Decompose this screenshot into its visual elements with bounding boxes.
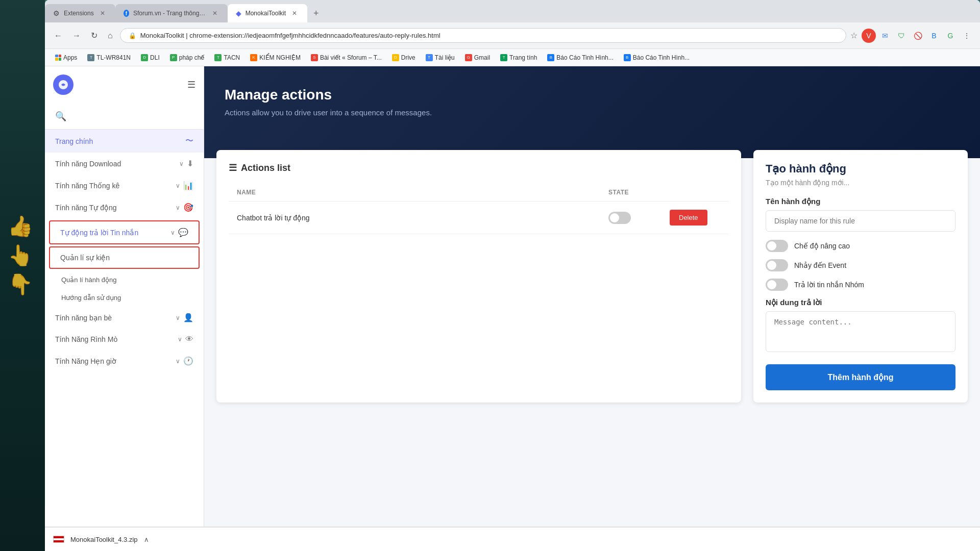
sidebar-item-trang-chinh[interactable]: Trang chính 〜: [45, 130, 204, 153]
main-panel: Manage actions Actions allow you to driv…: [204, 66, 980, 551]
huongdan-label: Hướng dẫn sử dụng: [61, 294, 121, 302]
bookmark-baocao2[interactable]: B Báo Cáo Tinh Hình...: [620, 53, 694, 63]
download-label: Tính năng Download: [55, 160, 121, 168]
name-input[interactable]: [766, 210, 955, 232]
group-reply-row: Trả lời tin nhắn Nhóm: [766, 279, 955, 291]
bookmark-gmail[interactable]: G Gmail: [461, 53, 494, 63]
bookmark-tacn-label: TACN: [224, 54, 240, 61]
bookmark-tailieu[interactable]: T Tài liệu: [422, 53, 459, 63]
row-name: Chatbot trả lời tự động: [237, 214, 608, 222]
sidebar-sub-huongdan[interactable]: Hướng dẫn sử dụng: [45, 289, 204, 307]
tuloi-label: Tự động trả lời Tin nhắn: [60, 229, 138, 237]
new-tab-button[interactable]: +: [309, 6, 323, 21]
card-header: ☰ Actions list: [229, 162, 729, 173]
mail-icon[interactable]: ✉: [878, 29, 892, 43]
extensions-tab-label: Extensions: [64, 10, 94, 17]
sidebar-item-quanli[interactable]: Quản lí sự kiện: [50, 247, 199, 268]
sidebar-header: ☰: [45, 66, 204, 103]
bookmarks-bar: Apps T TL-WR841N D DLI P pháp chế T TACN…: [45, 49, 980, 66]
download-chevron-icon[interactable]: ∧: [144, 536, 149, 543]
download-icon: ⬇: [187, 159, 193, 168]
vpn-icon[interactable]: V: [862, 29, 876, 43]
bookmark-tailieu-icon: T: [426, 54, 433, 61]
bookmark-baiviet-label: Bài viết « Sforum – T...: [320, 54, 382, 61]
advanced-mode-toggle[interactable]: [766, 240, 788, 252]
content-label: Nội dung trả lời: [766, 298, 955, 307]
sidebar-item-download[interactable]: Tính năng Download ∨ ⬇: [45, 153, 204, 174]
content-textarea[interactable]: [766, 311, 955, 352]
bookmark-baocao2-label: Báo Cáo Tinh Hình...: [633, 54, 690, 61]
toggle-switch[interactable]: [608, 212, 631, 224]
bookmark-drive[interactable]: D Drive: [388, 53, 420, 63]
shield-icon[interactable]: 🛡: [894, 29, 909, 43]
tab-bar: ⚙ Extensions ✕ f Sforum.vn - Trang thông…: [45, 0, 980, 22]
sidebar-item-thongke[interactable]: Tính năng Thống kê ∨ 📊: [45, 174, 204, 196]
sidebar-item-tuloi-highlighted: Tự động trả lời Tin nhắn ∨ 💬: [49, 220, 200, 244]
name-label: Tên hành động: [766, 197, 955, 206]
quanli-label: Quản lí sự kiện: [60, 254, 110, 262]
sforum-tab-close[interactable]: ✕: [210, 9, 219, 18]
back-button[interactable]: ←: [51, 28, 65, 43]
monokai-tab-close[interactable]: ✕: [290, 9, 299, 18]
bookmark-phapche-icon: P: [170, 54, 177, 61]
forward-button[interactable]: →: [69, 28, 84, 43]
sidebar-menu-icon[interactable]: ☰: [187, 79, 195, 90]
tab-monokai[interactable]: ◆ MonokaiToolkit ✕: [228, 4, 307, 22]
card-header-icon: ☰: [229, 162, 237, 173]
bookmark-baiviet-icon: S: [311, 54, 318, 61]
tudong-icon: 🎯: [183, 203, 193, 212]
url-bar[interactable]: 🔒 MonokaiToolkit | chrome-extension://ie…: [120, 28, 846, 43]
block-icon[interactable]: 🚫: [911, 29, 925, 43]
sidebar-item-tudong[interactable]: Tính năng Tự động ∨ 🎯: [45, 196, 204, 218]
bookmark-trangtinh[interactable]: T Trang tính: [496, 53, 541, 63]
group-reply-toggle[interactable]: [766, 279, 788, 291]
hengio-arrow: ∨: [176, 358, 180, 365]
bookmark-icon[interactable]: B: [927, 29, 941, 43]
row-delete: Delete: [670, 210, 721, 226]
tuloi-arrow: ∨: [170, 229, 175, 236]
bookmark-kiemnghiem[interactable]: K KIỂM NGHIỆM: [246, 53, 305, 63]
extensions-tab-icon: ⚙: [53, 9, 60, 17]
sidebar-sub-quanli-hd[interactable]: Quản lí hành động: [45, 271, 204, 289]
bookmark-apps[interactable]: Apps: [51, 53, 81, 63]
bookmark-apps-label: Apps: [63, 54, 77, 61]
thongke-arrow: ∨: [176, 182, 180, 189]
rinmo-arrow: ∨: [178, 336, 182, 343]
tudong-arrow: ∨: [176, 204, 180, 211]
bookmark-baocao1[interactable]: B Báo Cáo Tinh Hình...: [543, 53, 617, 63]
banbe-icon: 👤: [183, 313, 193, 322]
thongke-icon: 📊: [183, 181, 193, 190]
extensions-tab-close[interactable]: ✕: [98, 9, 107, 18]
bookmark-dli[interactable]: D DLI: [137, 53, 164, 63]
bookmark-star-icon[interactable]: ☆: [850, 31, 857, 40]
bookmark-baiviet[interactable]: S Bài viết « Sforum – T...: [307, 53, 386, 63]
toolbar-icons: V ✉ 🛡 🚫 B G ⋮: [862, 29, 974, 43]
sidebar-item-banbe[interactable]: Tính năng bạn bè ∨ 👤: [45, 307, 204, 329]
add-action-button[interactable]: Thêm hành động: [766, 364, 955, 390]
reload-button[interactable]: ↻: [88, 28, 101, 43]
bookmark-tacn[interactable]: T TACN: [210, 53, 244, 63]
ext-icon[interactable]: G: [943, 29, 958, 43]
tab-extensions[interactable]: ⚙ Extensions ✕: [45, 4, 115, 22]
table-header: NAME STATE: [229, 184, 729, 202]
sidebar-item-tuloi[interactable]: Tự động trả lời Tin nhắn ∨ 💬: [50, 221, 199, 243]
download-bar: MonokaiToolkit_4.3.zip ∧: [45, 527, 980, 551]
search-input[interactable]: [70, 112, 193, 121]
bookmark-phapche[interactable]: P pháp chế: [166, 53, 209, 63]
delete-button[interactable]: Delete: [670, 210, 707, 226]
home-button[interactable]: ⌂: [105, 28, 116, 43]
row-state-toggle[interactable]: [608, 212, 670, 224]
bookmark-trangtinh-label: Trang tính: [509, 54, 537, 61]
create-panel: Tạo hành động Tạo một hành động mới... T…: [753, 150, 968, 403]
advanced-mode-label: Chế độ nâng cao: [794, 242, 850, 250]
bookmark-tl[interactable]: T TL-WR841N: [83, 53, 135, 63]
advanced-mode-row: Chế độ nâng cao: [766, 240, 955, 252]
sidebar-item-rinmo[interactable]: Tính Năng Rình Mò ∨ 👁: [45, 329, 204, 350]
thongke-label: Tính năng Thống kê: [55, 182, 119, 190]
sidebar-item-hengio[interactable]: Tính Năng Hẹn giờ ∨ 🕐: [45, 350, 204, 372]
actions-list-card: ☰ Actions list NAME STATE Chatbot trả lờ…: [216, 150, 741, 403]
tab-sforum[interactable]: f Sforum.vn - Trang thông tin côn... ✕: [115, 4, 228, 22]
jump-event-toggle[interactable]: [766, 259, 788, 271]
bookmark-kiemnghiem-icon: K: [250, 54, 257, 61]
menu-dots-icon[interactable]: ⋮: [960, 29, 974, 43]
